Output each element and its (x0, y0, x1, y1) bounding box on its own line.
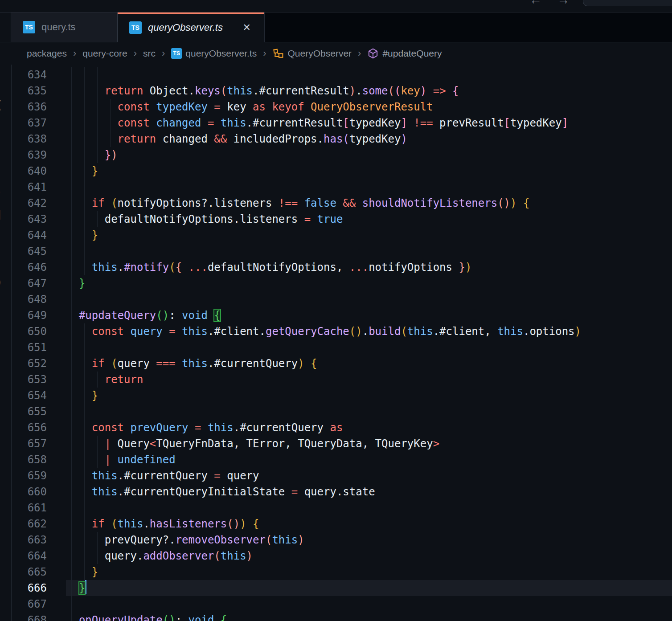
breadcrumb-item-packages[interactable]: packages (27, 48, 67, 59)
code-line[interactable]: 661 (12, 500, 672, 516)
line-number[interactable]: 655 (12, 404, 66, 420)
code-line-content[interactable]: this.#notify({ ...defaultNotifyOptions, … (66, 259, 672, 275)
code-line[interactable]: 656 const prevQuery = this.#currentQuery… (12, 420, 672, 436)
code-line-content[interactable] (66, 404, 672, 420)
code-line-content[interactable]: const typedKey = key as keyof QueryObser… (66, 99, 672, 115)
code-line[interactable]: 668 onQueryUpdate(): void { (12, 612, 672, 621)
code-line-content[interactable]: return Object.keys(this.#currentResult).… (66, 83, 672, 99)
code-line-content[interactable]: defaultNotifyOptions.listeners = true (66, 211, 672, 227)
line-number[interactable]: 640 (12, 163, 66, 179)
code-line[interactable]: 662 if (this.hasListeners()) { (12, 516, 672, 532)
line-number[interactable]: 644 (12, 227, 66, 243)
close-tab-icon[interactable]: ✕ (241, 21, 253, 34)
line-number[interactable]: 648 (12, 291, 66, 307)
code-line-content[interactable]: if (notifyOptions?.listeners !== false &… (66, 195, 672, 211)
code-line[interactable]: 645 (12, 243, 672, 259)
nav-forward-icon[interactable]: → (557, 0, 570, 7)
line-number[interactable]: 649 (12, 307, 66, 323)
line-number[interactable]: 658 (12, 452, 66, 468)
code-line[interactable]: 658 | undefined (12, 452, 672, 468)
code-line-content[interactable] (66, 67, 672, 83)
code-line-content[interactable]: const prevQuery = this.#currentQuery as (66, 420, 672, 436)
line-number[interactable]: 667 (12, 596, 66, 612)
line-number[interactable]: 651 (12, 339, 66, 355)
line-number[interactable]: 645 (12, 243, 66, 259)
line-number[interactable]: 650 (12, 323, 66, 339)
code-line[interactable]: 657 | Query<TQueryFnData, TError, TQuery… (12, 436, 672, 452)
tab-query-ts[interactable]: TS query.ts (11, 12, 118, 42)
line-number[interactable]: 668 (12, 612, 66, 621)
line-number[interactable]: 661 (12, 500, 66, 516)
code-line[interactable]: 647 } (12, 275, 672, 291)
code-line[interactable]: 659 this.#currentQuery = query (12, 468, 672, 484)
code-line-content[interactable]: onQueryUpdate(): void { (66, 612, 672, 621)
code-line[interactable]: 666 } (12, 580, 672, 596)
breadcrumb-item-src[interactable]: src (143, 48, 156, 59)
line-number[interactable]: 654 (12, 388, 66, 404)
line-number[interactable]: 643 (12, 211, 66, 227)
code-line[interactable]: 665 } (12, 564, 672, 580)
code-line-content[interactable]: } (66, 163, 672, 179)
code-line[interactable]: 635 return Object.keys(this.#currentResu… (12, 83, 672, 99)
code-line-content[interactable]: if (this.hasListeners()) { (66, 516, 672, 532)
code-line-content[interactable] (66, 500, 672, 516)
code-area[interactable]: 634635 return Object.keys(this.#currentR… (12, 65, 672, 621)
code-line[interactable]: 643 defaultNotifyOptions.listeners = tru… (12, 211, 672, 227)
line-number[interactable]: 652 (12, 355, 66, 372)
code-line-content[interactable]: | undefined (66, 452, 672, 468)
line-number[interactable]: 660 (12, 484, 66, 500)
line-number[interactable]: 646 (12, 259, 66, 275)
code-line[interactable]: 646 this.#notify({ ...defaultNotifyOptio… (12, 259, 672, 275)
code-line[interactable]: 663 prevQuery?.removeObserver(this) (12, 532, 672, 548)
code-line-content[interactable] (66, 179, 672, 195)
line-number[interactable]: 662 (12, 516, 66, 532)
code-line[interactable]: 648 (12, 291, 672, 307)
code-line[interactable]: 634 (12, 67, 672, 83)
code-line-content[interactable] (66, 339, 672, 355)
code-line-content[interactable] (66, 291, 672, 307)
code-line-content[interactable]: }) (66, 147, 672, 163)
code-line-content[interactable]: return changed && includedProps.has(type… (66, 131, 672, 147)
command-center-search[interactable] (583, 0, 672, 6)
line-number[interactable]: 659 (12, 468, 66, 484)
line-number[interactable]: 664 (12, 548, 66, 564)
line-number[interactable]: 637 (12, 115, 66, 131)
code-line-content[interactable]: } (66, 227, 672, 243)
code-line[interactable]: 640 } (12, 163, 672, 179)
code-line-content[interactable]: } (66, 580, 672, 596)
line-number[interactable]: 656 (12, 420, 66, 436)
code-line[interactable]: 653 return (12, 372, 672, 388)
code-line[interactable]: 644 } (12, 227, 672, 243)
code-line-content[interactable]: const changed = this.#currentResult[type… (66, 115, 672, 131)
line-number[interactable]: 657 (12, 436, 66, 452)
line-number[interactable]: 636 (12, 99, 66, 115)
line-number[interactable]: 653 (12, 372, 66, 388)
code-line[interactable]: 637 const changed = this.#currentResult[… (12, 115, 672, 131)
breadcrumb-item-query-core[interactable]: query-core (82, 48, 127, 59)
code-line[interactable]: 652 if (query === this.#currentQuery) { (12, 355, 672, 372)
code-line[interactable]: 649 #updateQuery(): void { (12, 307, 672, 323)
code-line-content[interactable]: #updateQuery(): void { (66, 307, 672, 323)
code-line[interactable]: 642 if (notifyOptions?.listeners !== fal… (12, 195, 672, 211)
tab-query-observer-ts[interactable]: TS queryObserver.ts ✕ (118, 12, 265, 42)
code-line[interactable]: 664 query.addObserver(this) (12, 548, 672, 564)
code-line-content[interactable]: } (66, 564, 672, 580)
code-line[interactable]: 651 (12, 339, 672, 355)
code-line-content[interactable] (66, 243, 672, 259)
code-line-content[interactable]: query.addObserver(this) (66, 548, 672, 564)
code-line-content[interactable]: if (query === this.#currentQuery) { (66, 355, 672, 372)
code-line[interactable]: 639 }) (12, 147, 672, 163)
line-number[interactable]: 638 (12, 131, 66, 147)
code-line[interactable]: 667 (12, 596, 672, 612)
code-line-content[interactable]: this.#currentQueryInitialState = query.s… (66, 484, 672, 500)
breadcrumb-item-file[interactable]: TS queryObserver.ts (171, 48, 257, 59)
breadcrumb-item-class[interactable]: QueryObserver (273, 48, 352, 59)
code-line[interactable]: 655 (12, 404, 672, 420)
code-line-content[interactable]: return (66, 372, 672, 388)
code-line-content[interactable]: const query = this.#client.getQueryCache… (66, 323, 672, 339)
line-number[interactable]: 642 (12, 195, 66, 211)
nav-back-icon[interactable]: ← (529, 0, 542, 7)
line-number[interactable]: 647 (12, 275, 66, 291)
code-line[interactable]: 654 } (12, 388, 672, 404)
code-line-content[interactable] (66, 596, 672, 612)
